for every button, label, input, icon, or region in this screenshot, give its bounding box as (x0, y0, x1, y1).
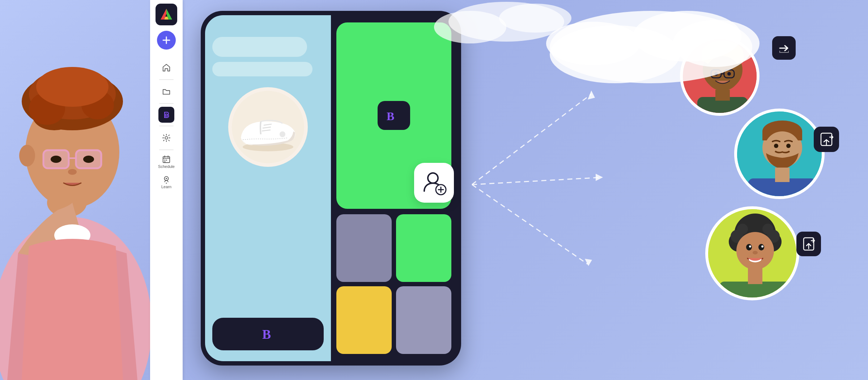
svg-point-38 (165, 136, 167, 139)
svg-point-26 (68, 169, 77, 175)
svg-point-107 (761, 245, 763, 248)
svg-point-101 (737, 224, 748, 235)
svg-point-108 (753, 251, 758, 254)
learn-label: Learn (161, 185, 171, 189)
svg-point-31 (69, 189, 77, 204)
sidebar-item-folder[interactable] (156, 82, 177, 101)
svg-line-63 (472, 94, 591, 185)
phone-search-bar-1 (212, 37, 307, 57)
home-icon (162, 63, 171, 72)
calendar-icon (162, 155, 171, 164)
svg-point-25 (83, 156, 94, 163)
svg-point-86 (774, 144, 778, 148)
sidebar: B Schedule Learn (150, 0, 183, 380)
sidebar-item-bootstrap[interactable]: B (158, 107, 174, 123)
svg-point-6 (434, 11, 506, 43)
svg-line-67 (472, 185, 588, 264)
svg-text:B: B (165, 113, 168, 118)
svg-marker-66 (596, 174, 603, 181)
svg-point-102 (762, 224, 773, 235)
share-action-icon (772, 36, 796, 60)
connection-lines (429, 65, 682, 318)
svg-point-7 (499, 4, 571, 33)
svg-point-3 (673, 20, 760, 67)
bookmark-action-icon (814, 127, 839, 152)
svg-point-106 (749, 245, 751, 248)
sidebar-item-home[interactable] (156, 58, 177, 77)
sidebar-divider-4 (159, 149, 174, 150)
svg-line-65 (472, 177, 602, 185)
sidebar-item-schedule[interactable]: Schedule (156, 152, 177, 171)
svg-point-48 (166, 183, 167, 184)
phone-b-badge-right: B (378, 101, 410, 130)
svg-text:B: B (387, 110, 394, 123)
svg-point-54 (280, 131, 285, 137)
svg-rect-45 (164, 161, 165, 162)
svg-point-105 (758, 244, 764, 250)
settings-icon (162, 134, 171, 142)
svg-point-87 (786, 144, 791, 148)
sidebar-divider-2 (159, 103, 174, 104)
grid-cell-3 (336, 286, 392, 354)
svg-rect-43 (164, 160, 165, 161)
grid-cell-1 (336, 214, 392, 282)
phone-b-button-left: B (212, 318, 324, 350)
svg-point-104 (746, 244, 752, 250)
svg-point-18 (19, 145, 35, 166)
svg-point-47 (166, 178, 167, 179)
learn-icon (162, 175, 171, 184)
sidebar-divider-1 (159, 79, 174, 80)
add-button[interactable] (157, 31, 176, 50)
sidebar-item-learn[interactable]: Learn (156, 173, 177, 191)
svg-rect-110 (748, 268, 762, 284)
person-illustration (0, 0, 152, 380)
phone-left-panel: B (205, 15, 331, 361)
svg-marker-68 (585, 259, 592, 266)
phone-shoe-image (228, 87, 308, 167)
svg-text:B: B (262, 327, 271, 342)
avatar-2 (734, 109, 825, 199)
app-logo[interactable] (156, 4, 177, 25)
svg-point-24 (51, 156, 61, 163)
schedule-label: Schedule (158, 164, 175, 169)
svg-marker-64 (588, 90, 595, 100)
svg-rect-44 (166, 160, 167, 161)
folder-icon (162, 87, 171, 96)
add-user-button[interactable] (414, 163, 454, 203)
sidebar-item-settings[interactable] (156, 128, 177, 147)
svg-rect-109 (719, 282, 791, 300)
save-action-icon (796, 232, 821, 256)
svg-point-59 (428, 173, 438, 183)
svg-point-17 (36, 67, 109, 107)
svg-rect-89 (775, 168, 790, 182)
phone-search-bar-2 (212, 62, 312, 76)
avatar-3 (705, 206, 799, 300)
sidebar-divider-3 (159, 126, 174, 126)
